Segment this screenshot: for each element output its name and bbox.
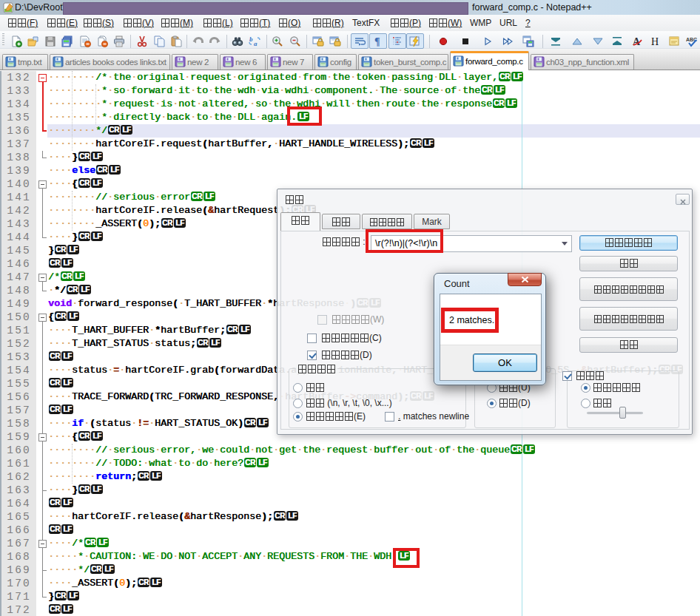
- svg-text:a: a: [254, 40, 258, 47]
- svg-text:H: H: [651, 36, 659, 47]
- svg-text:¶: ¶: [374, 36, 380, 47]
- svg-text:b: b: [249, 35, 253, 43]
